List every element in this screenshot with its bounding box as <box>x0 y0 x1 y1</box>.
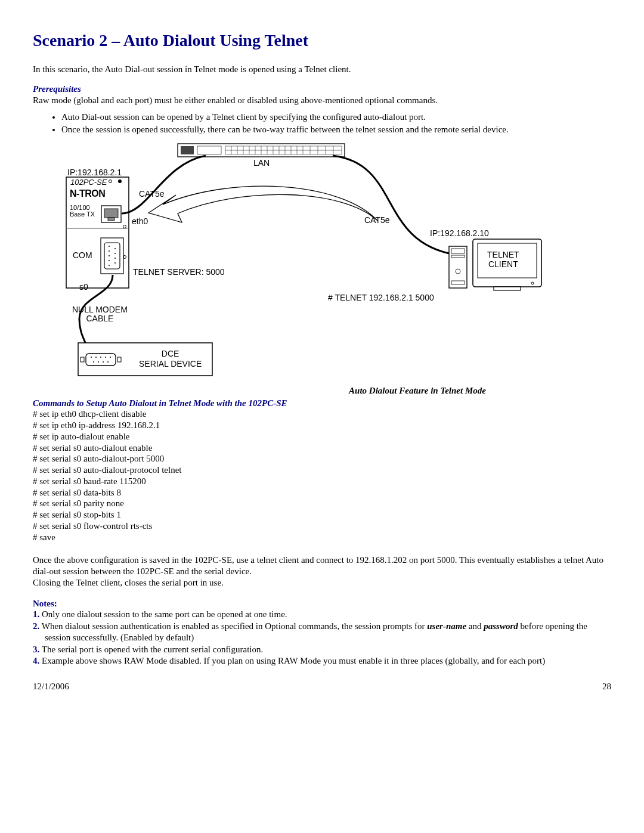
eth0-label: eth0 <box>132 216 148 227</box>
network-diagram: LAN IP:192.168.2.1 102PC-SE N-TRON 10/10… <box>44 140 562 382</box>
cat5e-left-label: CAT5e <box>139 189 165 200</box>
list-item: Once the session is opened successfully,… <box>61 124 611 135</box>
cmd-line: # set serial s0 data-bits 8 <box>33 487 611 498</box>
svg-point-32 <box>109 250 110 252</box>
svg-point-39 <box>114 262 116 264</box>
note-item: 4. Example above shows RAW Mode disabled… <box>33 655 611 667</box>
svg-point-46 <box>110 357 111 358</box>
svg-point-50 <box>107 361 109 363</box>
cmd-line: # set serial s0 baud-rate 115200 <box>33 476 611 487</box>
paragraph: Once the above configuration is saved in… <box>33 555 611 577</box>
telnet-client-label: TELNET CLIENT <box>487 250 519 269</box>
cmd-line: # set serial s0 flow-control rts-cts <box>33 521 611 532</box>
ip-left-label: IP:192.168.2.1 <box>67 168 122 178</box>
com-label: COM <box>73 250 92 261</box>
cmd-line: # set ip auto-dialout enable <box>33 431 611 442</box>
diagram-caption: Auto Dialout Feature in Telnet Mode <box>224 385 611 397</box>
ip-right-label: IP:192.168.2.10 <box>430 228 489 239</box>
intro-text: In this scenario, the Auto Dial-out sess… <box>33 64 611 75</box>
cmd-line: # set serial s0 auto-dialout enable <box>33 442 611 454</box>
svg-point-35 <box>109 265 110 266</box>
port-label: 10/100 Base TX <box>70 205 95 218</box>
svg-point-44 <box>100 357 101 358</box>
cat5e-right-label: CAT5e <box>364 215 390 226</box>
svg-rect-1 <box>181 146 194 154</box>
svg-point-43 <box>95 357 97 358</box>
device-model-label: 102PC-SE <box>70 178 107 187</box>
commands-heading: Commands to Setup Auto Dialout in Telnet… <box>33 398 611 409</box>
notes-heading: Notes: <box>33 598 611 609</box>
svg-point-49 <box>103 361 104 363</box>
svg-rect-53 <box>449 246 467 288</box>
prerequisites-heading: Prerequisites <box>33 83 611 95</box>
prerequisites-text: Raw mode (global and each port) must be … <box>33 95 611 106</box>
s0-label: s0 <box>79 282 88 293</box>
list-item: Auto Dial-out session can be opened by a… <box>61 112 611 123</box>
svg-rect-60 <box>494 287 521 290</box>
command-lines: # set ip eth0 dhcp-client disable # set … <box>33 408 611 543</box>
page-title: Scenario 2 – Auto Dialout Using Telnet <box>33 30 611 51</box>
svg-point-36 <box>114 248 116 249</box>
svg-point-37 <box>114 253 116 254</box>
svg-point-31 <box>109 246 110 247</box>
brand-label: N-TRON <box>70 188 105 200</box>
prerequisite-bullets: Auto Dial-out session can be opened by a… <box>33 112 611 135</box>
cmd-line: # set serial s0 auto-dialout-protocol te… <box>33 465 611 476</box>
null-modem-label: NULL MODEM CABLE <box>72 305 128 324</box>
svg-point-38 <box>114 258 116 259</box>
telnet-command-label: # TELNET 192.168.2.1 5000 <box>328 293 434 304</box>
lan-label: LAN <box>253 158 270 169</box>
svg-point-24 <box>118 179 122 183</box>
note-item: 3. The serial port is opened with the cu… <box>33 644 611 655</box>
svg-rect-27 <box>108 218 114 221</box>
cmd-line: # set ip eth0 dhcp-client disable <box>33 408 611 420</box>
svg-point-48 <box>98 361 99 363</box>
footer-page: 28 <box>602 681 611 692</box>
cmd-line: # set serial s0 parity none <box>33 498 611 509</box>
page-footer: 12/1/2006 28 <box>33 681 611 692</box>
dce-label: DCE SERIAL DEVICE <box>139 349 202 369</box>
svg-point-34 <box>109 260 110 261</box>
svg-point-45 <box>105 357 106 358</box>
note-item: 2. When dialout session authentication i… <box>33 621 611 643</box>
cmd-line: # save <box>33 532 611 543</box>
telnet-server-label: TELNET SERVER: 5000 <box>133 267 225 278</box>
paragraph: Closing the Telnet client, closes the se… <box>33 577 611 589</box>
cmd-line: # set serial s0 stop-bits 1 <box>33 509 611 521</box>
footer-date: 12/1/2006 <box>33 681 69 692</box>
note-item: 1. Only one dialout session to the same … <box>33 609 611 620</box>
svg-point-33 <box>109 255 110 256</box>
svg-point-47 <box>93 361 94 363</box>
svg-point-42 <box>91 357 92 358</box>
cmd-line: # set serial s0 auto-dialout-port 5000 <box>33 453 611 465</box>
notes-list: 1. Only one dialout session to the same … <box>33 609 611 667</box>
svg-rect-26 <box>104 209 118 218</box>
cmd-line: # set ip eth0 ip-address 192.168.2.1 <box>33 420 611 431</box>
